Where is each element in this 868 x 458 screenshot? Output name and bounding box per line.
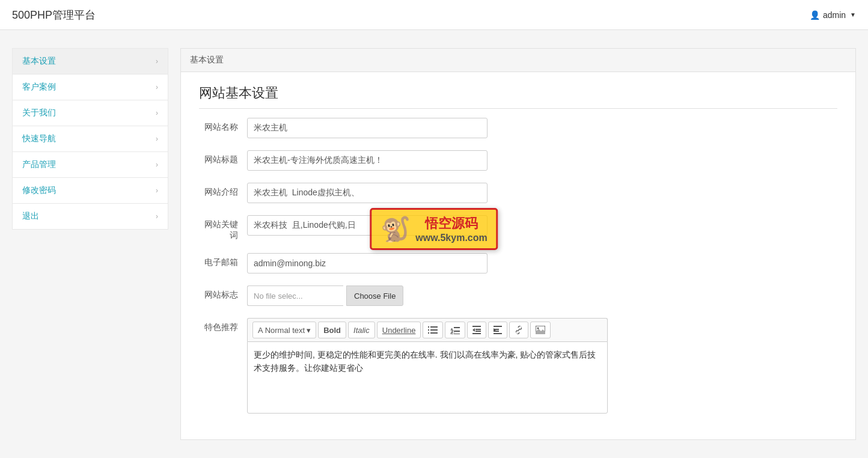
featured-field-group: 特色推荐 A Normal text ▾ Bold Italic Underli… [199,318,837,414]
layout: 基本设置›客户案例›关于我们›快速导航›产品管理›修改密码›退出› 基本设置 网… [0,30,868,458]
sidebar-item-about-us[interactable]: 关于我们› [12,100,168,126]
svg-line-21 [518,329,520,331]
sidebar-item-customer-cases[interactable]: 客户案例› [12,74,168,100]
text-format-icon: A [258,326,263,335]
indent-in-icon [494,326,502,334]
app-title: 500PHP管理平台 [12,8,96,22]
file-input-wrapper: No file selec... Choose File [247,285,403,306]
site-title-group: 网站标题 [199,150,837,171]
site-email-label: 电子邮箱 [199,253,247,268]
sidebar-item-quick-nav[interactable]: 快速导航› [12,126,168,151]
file-no-selected: No file selec... [247,285,343,306]
italic-button[interactable]: Italic [348,322,375,338]
ol-icon: 1. 2. [450,326,460,334]
indent-out-icon [472,326,481,334]
chevron-icon: › [156,109,158,117]
svg-rect-0 [428,326,429,328]
editor-toolbar: A Normal text ▾ Bold Italic Underline [247,318,608,341]
sidebar-item-label: 退出 [22,211,39,222]
chevron-icon: › [156,135,158,143]
svg-rect-9 [454,331,460,332]
svg-rect-20 [494,333,502,334]
site-desc-label: 网站介绍 [199,183,247,198]
link-button[interactable] [509,322,528,338]
image-button[interactable] [530,322,551,338]
sidebar-item-change-password[interactable]: 修改密码› [12,177,168,203]
svg-rect-3 [430,329,438,331]
indent-in-button[interactable] [488,322,507,338]
sidebar-item-label: 客户案例 [22,82,56,93]
choose-file-button[interactable]: Choose File [346,285,403,306]
image-icon [536,326,545,334]
svg-rect-10 [454,334,460,334]
user-icon: 👤 [810,10,820,20]
featured-label: 特色推荐 [199,318,247,333]
svg-marker-24 [536,329,545,334]
user-menu[interactable]: 👤 admin ▼ [810,10,856,20]
svg-rect-1 [430,326,438,328]
svg-rect-16 [494,326,502,327]
sidebar-item-basic-settings[interactable]: 基本设置› [12,48,168,74]
indent-out-button[interactable] [467,322,486,338]
site-desc-group: 网站介绍 [199,183,837,203]
text-format-dropdown[interactable]: A Normal text ▾ [252,322,316,338]
ul-button[interactable] [423,322,443,338]
page-title: 网站基本设置 [199,84,837,109]
sidebar: 基本设置›客户案例›关于我们›快速导航›产品管理›修改密码›退出› [12,48,168,440]
sidebar-item-label: 快速导航 [22,133,56,144]
site-email-group: 电子邮箱 [199,253,837,273]
logo-field-group: 网站标志 No file selec... Choose File [199,285,837,306]
form-fields: 网站名称网站标题网站介绍网站关键词电子邮箱 [199,118,837,273]
link-icon [515,326,523,334]
logo-label: 网站标志 [199,285,247,301]
site-name-group: 网站名称 [199,118,837,138]
bold-button[interactable]: Bold [318,322,346,338]
ul-icon [428,326,438,334]
ol-button[interactable]: 1. 2. [445,322,465,338]
svg-rect-19 [494,331,499,332]
svg-rect-14 [475,331,481,332]
editor-wrapper: A Normal text ▾ Bold Italic Underline [247,318,608,414]
format-caret-icon: ▾ [307,326,311,335]
svg-rect-2 [428,329,429,331]
username: admin [823,10,846,20]
chevron-icon: › [156,212,158,221]
editor-content[interactable]: 更少的维护时间, 更稳定的性能和更完美的在线率. 我们以高在线率为豪, 贴心的管… [247,341,608,414]
site-keywords-group: 网站关键词 [199,215,837,241]
svg-rect-4 [428,332,429,334]
sidebar-item-label: 产品管理 [22,159,56,170]
sidebar-item-label: 关于我们 [22,108,56,118]
site-keywords-input[interactable] [247,215,487,236]
svg-rect-13 [475,329,481,330]
underline-button[interactable]: Underline [377,322,421,338]
panel-heading: 基本设置 [181,49,855,72]
site-email-input[interactable] [247,253,487,273]
navbar: 500PHP管理平台 👤 admin ▼ [0,0,868,30]
chevron-icon: › [156,186,158,195]
svg-rect-5 [430,332,438,334]
site-name-label: 网站名称 [199,118,247,133]
panel-body: 网站基本设置 网站名称网站标题网站介绍网站关键词电子邮箱 网站标志 No fil… [181,72,855,438]
chevron-icon: › [156,83,158,91]
text-format-label: Normal text [265,326,305,335]
svg-marker-12 [472,328,475,332]
site-desc-input[interactable] [247,183,487,203]
site-name-input[interactable] [247,118,487,138]
svg-rect-11 [472,326,481,327]
site-title-label: 网站标题 [199,150,247,165]
site-keywords-label: 网站关键词 [199,215,247,241]
sidebar-item-label: 修改密码 [22,185,56,196]
sidebar-item-product-management[interactable]: 产品管理› [12,151,168,177]
svg-rect-18 [494,329,499,330]
svg-rect-15 [472,333,481,334]
sidebar-item-label: 基本设置 [22,56,56,67]
site-title-input[interactable] [247,150,487,171]
caret-icon: ▼ [850,11,856,18]
main-content: 基本设置 网站基本设置 网站名称网站标题网站介绍网站关键词电子邮箱 网站标志 N… [180,48,856,440]
sidebar-item-logout[interactable]: 退出› [12,203,168,230]
chevron-icon: › [156,57,158,66]
chevron-icon: › [156,160,158,169]
svg-rect-7 [454,327,460,328]
